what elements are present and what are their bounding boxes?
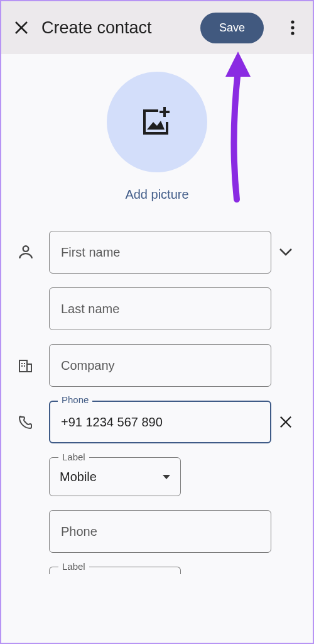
more-icon[interactable] [284,19,301,36]
svg-point-2 [291,20,294,23]
dropdown-icon [163,475,170,479]
svg-rect-12 [21,365,23,367]
phone-type-value: Mobile [60,470,163,484]
phone2-field[interactable] [49,510,271,553]
content: Add picture Pho [1,54,313,574]
phone-row: Phone [14,401,300,443]
svg-rect-8 [19,360,27,372]
svg-rect-9 [27,364,31,372]
last-name-field[interactable] [49,287,271,330]
last-name-row [14,287,300,330]
company-row [14,344,300,387]
phone-type-label: Label [58,452,89,462]
close-icon[interactable] [13,19,30,36]
phone2-type-label: Label [58,561,89,572]
svg-point-7 [23,246,29,252]
add-picture-button[interactable] [107,72,207,172]
add-picture-label[interactable]: Add picture [125,187,188,202]
close-icon [279,416,292,428]
page-title: Create contact [41,18,189,38]
chevron-down-icon [279,248,293,257]
save-button[interactable]: Save [200,13,264,43]
phone-label: Phone [58,394,92,405]
svg-rect-13 [24,365,25,367]
first-name-row [14,231,300,274]
svg-rect-11 [24,363,25,364]
company-icon [14,358,49,373]
svg-point-3 [291,26,294,29]
phone-type-select[interactable]: Label Mobile [49,457,181,496]
phone-icon [14,414,49,430]
phone2-row [14,510,300,553]
add-photo-icon [141,107,173,137]
svg-rect-6 [160,111,170,113]
svg-rect-10 [21,363,23,364]
phone-type-row: Label Mobile [14,457,300,496]
expand-name-icon[interactable] [271,248,300,257]
phone-field[interactable] [49,401,271,443]
svg-point-4 [291,31,294,35]
first-name-field[interactable] [49,231,271,274]
company-field[interactable] [49,344,271,387]
clear-phone-icon[interactable] [271,416,300,428]
person-icon [14,244,49,260]
phone2-type-select-partial[interactable]: Label [49,567,181,574]
topbar: Create contact Save [1,1,313,54]
avatar-area: Add picture [14,72,300,202]
